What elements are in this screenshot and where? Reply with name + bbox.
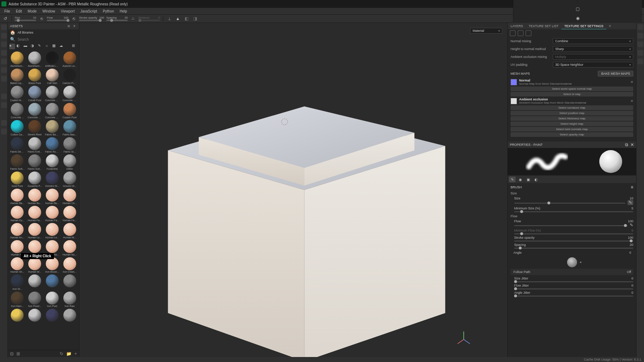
select-world-normal[interactable]: Select world space normal map — [511, 86, 633, 91]
flow-slider[interactable]: Flow100 — [47, 16, 68, 21]
asset-item[interactable]: Human Ey... — [9, 206, 25, 222]
prop-size-jitter[interactable]: Size Jitter0 — [514, 277, 633, 282]
tab-texture-set-settings[interactable]: TEXTURE SET SETTINGS — [561, 23, 606, 29]
asset-item[interactable]: Aluminium... — [9, 51, 25, 67]
camera-icon[interactable]: ◉ — [575, 15, 581, 21]
asset-item[interactable]: Brass Pure — [27, 69, 43, 84]
asset-item[interactable]: Fabric Den... — [9, 137, 25, 153]
asset-item[interactable]: Cotton Ca... — [9, 120, 25, 136]
uv-tool[interactable] — [1, 102, 7, 108]
shelf-icon-2[interactable]: ⊞ — [16, 352, 20, 356]
grid-view-icon[interactable]: ⊞ — [72, 44, 78, 49]
asset-item[interactable]: Iron Di... — [9, 274, 25, 290]
asset-item[interactable]: Iron Raw — [62, 292, 78, 307]
asset-item[interactable]: Glitter — [62, 154, 78, 170]
asset-item[interactable] — [62, 309, 78, 322]
ts-tool-1[interactable] — [510, 30, 516, 36]
asset-item[interactable]: Gouache P... — [27, 172, 43, 187]
menu-file[interactable]: File — [1, 9, 13, 14]
brush-menu-icon[interactable]: ≡ — [631, 185, 633, 189]
filter-filter[interactable]: ◑ — [31, 44, 36, 49]
asset-item[interactable]: Human Fa... — [27, 206, 43, 222]
asset-item[interactable] — [27, 274, 43, 290]
asset-item[interactable]: Human Ba... — [9, 189, 25, 204]
prop-flow[interactable]: Flow100 ✎ — [514, 219, 633, 227]
asset-item[interactable]: Human W... — [27, 257, 43, 273]
size-link-icon[interactable]: ⎋ — [38, 15, 45, 22]
prop-tab-brush[interactable]: ✎ — [509, 177, 516, 182]
normal-clear-icon[interactable]: ✕ — [630, 80, 633, 84]
asset-item[interactable]: Fabric Knit... — [27, 137, 43, 153]
asset-item[interactable]: Coated Me... — [9, 86, 25, 101]
add-icon[interactable]: + — [74, 352, 77, 356]
asset-item[interactable]: Concrete S... — [27, 103, 43, 119]
polygon-tool[interactable] — [1, 94, 7, 99]
asset-item[interactable]: Human Fe... — [62, 206, 78, 222]
prop-flow-jitter[interactable]: Flow Jitter0 — [514, 284, 633, 289]
projection-tool[interactable] — [1, 41, 7, 47]
panel-close-icon[interactable]: ✕ — [72, 24, 77, 29]
mesh-map-ao[interactable]: Ambient occlusionAmbient Occlusion Map f… — [511, 98, 633, 104]
size-pressure-icon[interactable]: ✎ — [628, 200, 633, 205]
asset-item[interactable]: Human M... — [62, 223, 78, 239]
h2n-dropdown[interactable]: Sharp — [553, 46, 633, 52]
asset-item[interactable]: Human Kn... — [9, 223, 25, 239]
asset-item[interactable]: Fabric Soft... — [9, 154, 25, 170]
select-bent-normals[interactable]: Select bent normals map — [511, 127, 633, 132]
tool-icon-a[interactable]: ◧ — [183, 15, 190, 22]
spacing-slider[interactable]: Spacing20 — [106, 16, 128, 21]
prop-angle-jitter[interactable]: Angle Jitter0 — [514, 291, 633, 297]
asset-item[interactable]: Human Le... — [27, 223, 43, 239]
asset-item[interactable]: Denim Rivet — [27, 120, 43, 136]
select-height[interactable]: Select height map — [511, 122, 633, 126]
filter-smart[interactable]: ◐ — [16, 44, 22, 49]
mask-tool[interactable] — [1, 120, 7, 126]
asset-item[interactable]: Calf Skin — [44, 69, 60, 84]
tab-texture-set-list[interactable]: TEXTURE SET LIST — [526, 23, 561, 29]
viewport-3d[interactable]: Material — [79, 23, 507, 357]
asset-item[interactable]: Ground St... — [62, 172, 78, 187]
prop-follow-path[interactable]: Follow PathOff — [511, 269, 633, 275]
asset-item[interactable]: Footprints — [44, 154, 60, 170]
dots-icon[interactable]: ∴ — [130, 15, 136, 22]
flow-pressure-icon[interactable]: ✎ — [630, 223, 633, 227]
ao-clear-icon[interactable]: ✕ — [630, 99, 633, 103]
select-opacity[interactable]: Select opacity map — [511, 132, 633, 137]
ts-tool-2[interactable] — [518, 30, 523, 36]
asset-item[interactable]: Baked Ligh... — [9, 69, 25, 84]
asset-item[interactable]: Iron Ham... — [9, 292, 25, 307]
menu-edit[interactable]: Edit — [13, 9, 25, 14]
asset-item[interactable]: Autumn Le... — [62, 51, 78, 67]
menu-python[interactable]: Python — [100, 9, 117, 14]
size-slider[interactable]: Size10 — [15, 16, 36, 21]
filter-brush[interactable]: ✎ — [38, 44, 44, 49]
fill-tool[interactable] — [1, 50, 7, 56]
shelf-icon-1[interactable]: ⊟ — [10, 352, 14, 356]
right-rail-4[interactable] — [638, 50, 643, 56]
filter-materials[interactable]: ● — [9, 44, 15, 49]
tab-layers[interactable]: LAYERS — [508, 23, 526, 29]
asset-item[interactable]: Concrete S... — [44, 103, 60, 119]
asset-item[interactable]: Iron Chain... — [62, 257, 78, 273]
undo-icon[interactable]: ↺ — [2, 15, 9, 22]
asset-item[interactable]: Iron Pure — [44, 292, 60, 307]
select-thickness[interactable]: Select thickness map — [511, 116, 633, 121]
refresh-icon[interactable]: ↻ — [60, 352, 63, 356]
right-rail-2[interactable] — [638, 33, 643, 39]
distance-slider[interactable]: Distance0 — [138, 16, 160, 21]
prop-spacing[interactable]: Spacing20 — [514, 243, 633, 249]
asset-item[interactable] — [27, 309, 43, 322]
ts-tool-3[interactable] — [526, 30, 531, 36]
prop-angle[interactable]: Angle0 — [511, 249, 633, 256]
right-rail-1[interactable] — [638, 24, 643, 30]
filter-alpha[interactable]: ☼ — [45, 44, 51, 49]
asset-item[interactable] — [62, 274, 78, 290]
flow-link-icon[interactable]: ⎋ — [70, 15, 77, 22]
asset-item[interactable]: Fabric Bam... — [44, 120, 60, 136]
asset-item[interactable]: Human Bu... — [44, 189, 60, 204]
filter-mask[interactable]: ▬ — [24, 44, 29, 49]
asset-item[interactable]: Fabric Rou... — [44, 137, 60, 153]
asset-item[interactable]: Aluminium... — [27, 51, 43, 67]
asset-item[interactable]: Human Fa... — [44, 206, 60, 222]
asset-item[interactable]: Human No... — [62, 240, 78, 256]
